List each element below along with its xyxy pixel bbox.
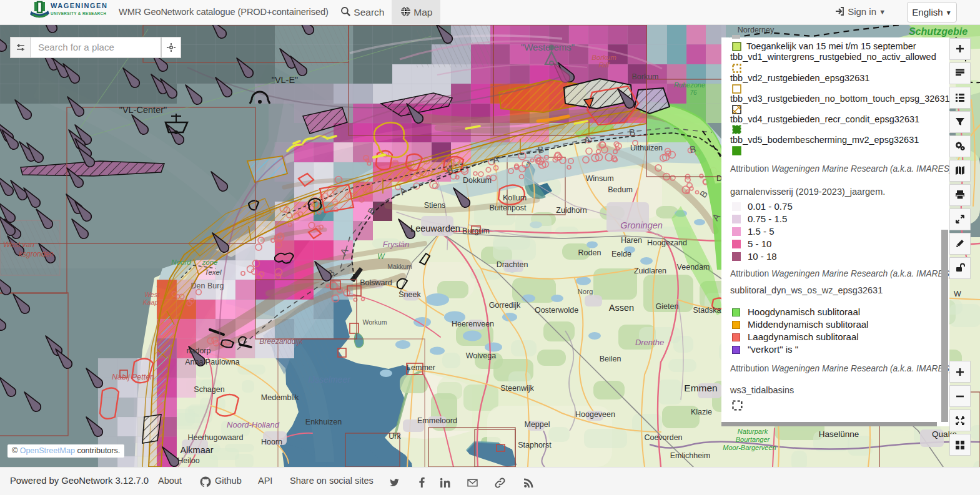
svg-text:Makkum: Makkum [387,263,412,270]
svg-text:Urk: Urk [389,432,401,441]
svg-text:Enkhuizen: Enkhuizen [305,418,342,426]
svg-text:Fryslân: Fryslân [383,240,410,249]
svg-text:Hoogezand: Hoogezand [647,238,687,247]
svg-text:ksgronden: ksgronden [19,250,54,258]
svg-text:Heerhugowaard: Heerhugowaard [188,433,244,442]
svg-text:Nabij Petten: Nabij Petten [112,373,154,381]
svg-text:Alkmaar: Alkmaar [180,445,213,455]
svg-text:"VL-Center": "VL-Center" [119,105,167,115]
svg-text:76: 76 [690,89,697,96]
svg-text:Norderney: Norderney [738,26,775,34]
svg-text:Winsum: Winsum [585,174,613,183]
svg-text:Zuidlaren: Zuidlaren [634,267,666,275]
svg-text:Leeuwarden: Leeuwarden [410,223,460,233]
svg-text:Sneek: Sneek [398,290,421,299]
svg-text:Roden: Roden [578,248,601,257]
svg-text:Steenwijk: Steenwijk [500,384,534,393]
svg-text:Emmen: Emmen [684,383,717,393]
svg-text:Bedum: Bedum [608,185,633,194]
svg-text:W: W [377,252,385,261]
svg-text:Bourtanger: Bourtanger [736,436,771,443]
svg-text:Klazie: Klazie [691,408,712,416]
svg-text:Schutzgebie: Schutzgebie [909,26,968,37]
svg-text:Heerenveen: Heerenveen [452,320,494,328]
svg-text:Kaap: Kaap [143,298,159,306]
svg-text:Assen: Assen [609,303,634,313]
svg-text:Heiloo: Heiloo [177,456,199,465]
svg-text:nadorp: nadorp [187,346,211,355]
svg-text:Gorredijk: Gorredijk [489,301,521,310]
svg-text:Anna Paulowna: Anna Paulowna [185,358,240,366]
svg-text:"VL-E": "VL-E" [272,75,299,85]
svg-text:Veendam: Veendam [677,263,710,272]
svg-text:Dokkum: Dokkum [463,176,492,185]
svg-text:Drenthe: Drenthe [635,338,664,347]
svg-text:Bolsward: Bolsward [360,278,392,287]
svg-text:Eelde: Eelde [611,250,631,258]
svg-text:Haren: Haren [621,236,642,245]
svg-text:Kollum: Kollum [503,194,527,202]
svg-text:West van: West van [3,240,34,249]
svg-text:Noord-Holland: Noord-Holland [227,420,280,429]
svg-text:IJsselmeer: IJsselmeer [308,375,351,385]
svg-text:Coevorden: Coevorden [644,433,682,442]
svg-text:Hoorn: Hoorn [261,438,282,446]
svg-text:Groningen: Groningen [620,220,663,230]
svg-text:WAGENINGEN: WAGENINGEN [51,2,107,9]
svg-text:Drachten: Drachten [497,260,528,269]
svg-text:Noord: Noord [171,258,191,266]
svg-text:Beilen: Beilen [600,355,621,363]
svg-text:Borkum: Borkum [591,54,616,61]
svg-text:Ruhezone: Ruhezone [674,81,705,89]
svg-text:Lemmer: Lemmer [407,363,435,372]
svg-text:W: W [954,290,961,298]
svg-text:Riff: Riff [598,61,610,69]
svg-text:Naturpark: Naturpark [738,428,768,435]
svg-text:Uithuizen: Uithuizen [630,144,663,152]
svg-text:Buitenpost: Buitenpost [489,203,527,212]
svg-text:Emlichheim: Emlichheim [670,451,711,460]
svg-text:Moor-Bargerveen: Moor-Bargerveen [723,444,776,451]
svg-text:UNIVERSITY & RESEARCH: UNIVERSITY & RESEARCH [51,11,107,16]
svg-text:Emmeloord: Emmeloord [417,416,457,425]
svg-text:Stadska: Stadska [693,306,721,315]
svg-text:Borkum: Borkum [631,72,658,81]
svg-text:Meppel: Meppel [525,420,550,429]
svg-text:Breezanddijk: Breezanddijk [259,337,303,346]
svg-text:Zuidhorn: Zuidhorn [556,206,587,215]
svg-text:Stiens: Stiens [424,201,446,210]
svg-text:Texel: Texel [204,268,222,276]
svg-text:Den Burg: Den Burg [191,282,224,290]
svg-text:Schagen: Schagen [194,385,224,394]
svg-text:Gieten: Gieten [656,302,679,311]
svg-text:Wolvega: Wolvega [466,351,496,360]
svg-text:Oosterwolde: Oosterwolde [535,306,578,315]
svg-text:Staphorst: Staphorst [518,441,552,449]
svg-text:zone: zone [202,258,218,266]
svg-text:Hoogeveen: Hoogeveen [575,410,615,419]
svg-text:West: West [144,291,160,298]
svg-text:"Westerems": "Westerems" [521,42,575,52]
svg-text:Haselünne: Haselünne [819,429,859,439]
svg-text:Workum: Workum [363,318,387,326]
svg-text:Burgum: Burgum [462,227,490,235]
svg-text:Norg: Norg [578,288,593,295]
svg-text:Medemblik: Medemblik [261,393,299,402]
